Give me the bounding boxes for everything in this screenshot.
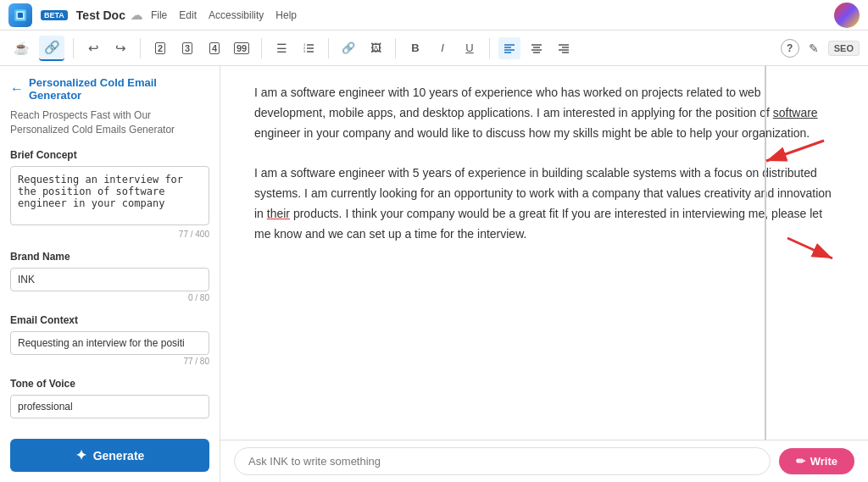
back-arrow-icon: ← [10,81,24,97]
bottom-bar: ✏ Write [220,440,868,482]
menu-file[interactable]: File [151,9,167,21]
svg-line-24 [787,238,832,258]
align-right-button[interactable] [553,37,575,59]
tone-label: Tone of Voice [10,378,209,390]
toolbar-row: ☕ 🔗 ↩ ↪ 2 3 4 99 ☰ 123 🔗 🖼 B I U ? ✎ [0,30,868,66]
beta-badge: BETA [41,10,68,20]
user-avatar[interactable] [834,3,860,28]
editor-area[interactable]: I am a software engineer with 10 years o… [220,66,868,440]
toolbar-divider-4 [328,38,329,58]
toolbar-divider-6 [489,38,490,58]
brief-concept-chars: 77 / 400 [10,230,209,239]
sidebar-subtitle: Reach Prospects Fast with Our Personaliz… [10,108,209,137]
toolbar-divider-5 [395,38,396,58]
unordered-list-button[interactable]: ☰ [270,37,292,59]
tone-input[interactable] [10,395,209,418]
redo-button[interactable]: ↪ [109,37,131,59]
brand-name-label: Brand Name [10,251,209,263]
generate-button[interactable]: ✦ Generate [10,439,209,472]
tone-group: Tone of Voice [10,378,209,418]
toolbar-right: ? ✎ SEO [781,37,860,59]
heading-4-button[interactable]: 4 [203,37,225,59]
heading-3-button[interactable]: 3 [176,37,198,59]
generate-label: Generate [93,449,145,463]
brand-name-input[interactable] [10,268,209,291]
help-button[interactable]: ? [781,39,799,58]
app-logo [8,3,32,27]
top-right [834,3,860,28]
align-center-button[interactable] [526,37,548,59]
ordered-list-button[interactable]: 123 [298,37,320,59]
heading-99-button[interactable]: 99 [231,37,253,59]
menu-bar: File Edit Accessibility Help [151,9,297,21]
edit-button[interactable]: ✎ [803,37,825,59]
main-content: ← Personalized Cold Email Generator Reac… [0,66,868,482]
brief-concept-group: Brief Concept Requesting an interview fo… [10,149,209,239]
brief-concept-input[interactable]: Requesting an interview for the position… [10,166,209,225]
email-context-group: Email Context 77 / 80 [10,314,209,366]
menu-edit[interactable]: Edit [179,9,197,21]
bold-button[interactable]: B [404,37,426,59]
write-label: Write [810,455,837,468]
write-pen-icon: ✏ [796,455,805,468]
toolbar-divider-2 [140,38,141,58]
tab-icon-coffee[interactable]: ☕ [8,36,34,61]
menu-accessibility[interactable]: Accessibility [209,9,264,21]
paragraph-1: I am a software engineer with 10 years o… [254,83,834,143]
menu-help[interactable]: Help [275,9,297,21]
svg-line-22 [766,141,824,161]
sidebar-back[interactable]: ← Personalized Cold Email Generator [10,76,209,102]
heading-2-button[interactable]: 2 [149,37,171,59]
content-area: I am a software engineer with 10 years o… [220,66,868,482]
brand-name-group: Brand Name 0 / 80 [10,251,209,302]
underline-software: software [773,106,818,119]
write-button[interactable]: ✏ Write [779,448,854,474]
sidebar-title: Personalized Cold Email Generator [29,76,209,102]
insert-link-button[interactable]: 🔗 [337,37,359,59]
vertical-divider [765,66,766,440]
seo-button[interactable]: SEO [828,41,860,56]
email-context-label: Email Context [10,314,209,326]
ask-input[interactable] [234,447,771,475]
brand-name-chars: 0 / 80 [10,293,209,302]
toolbar-divider-3 [261,38,262,58]
svg-rect-2 [18,13,23,18]
tab-icon-link[interactable]: 🔗 [39,36,64,61]
toolbar-divider-1 [73,38,74,58]
sidebar: ← Personalized Cold Email Generator Reac… [0,66,220,482]
doc-title: Test Doc ☁ [76,8,142,22]
email-context-input[interactable] [10,331,209,355]
email-context-chars: 77 / 80 [10,357,209,366]
svg-text:3: 3 [303,49,306,53]
generate-sparkle-icon: ✦ [75,447,86,463]
align-left-button[interactable] [498,37,520,59]
undo-button[interactable]: ↩ [82,37,104,59]
underline-button[interactable]: U [459,37,481,59]
red-arrow-2 [783,231,843,268]
top-bar: BETA Test Doc ☁ File Edit Accessibility … [0,0,868,30]
cloud-icon: ☁ [131,8,142,22]
red-arrow-1 [758,134,826,170]
italic-button[interactable]: I [431,37,453,59]
underline-their: their [267,207,290,220]
brief-concept-label: Brief Concept [10,149,209,161]
insert-image-button[interactable]: 🖼 [364,37,387,59]
paragraph-2: I am a software engineer with 5 years of… [254,163,834,244]
